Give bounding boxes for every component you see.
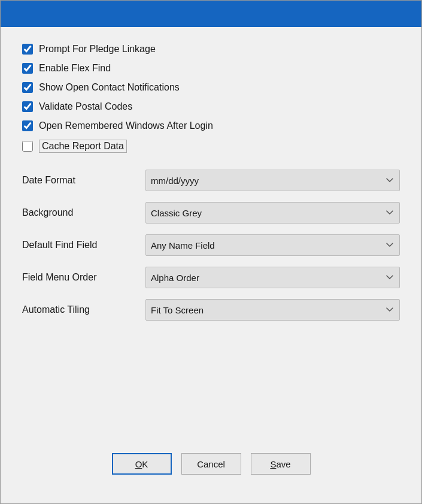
save-button[interactable]: Save: [251, 453, 311, 475]
checkbox-1[interactable]: [22, 44, 33, 55]
checkbox-5[interactable]: [22, 120, 33, 131]
field-label-background: Background: [22, 207, 136, 218]
field-row-date-format: Date Formatmm/dd/yyyydd/mm/yyyyyyyy/mm/d…: [22, 170, 400, 191]
field-label-automatic-tiling: Automatic Tiling: [22, 304, 136, 315]
checkbox-label-5[interactable]: Open Remembered Windows After Login: [39, 120, 213, 131]
checkbox-4[interactable]: [22, 101, 33, 112]
checkbox-2[interactable]: [22, 63, 33, 74]
checkbox-6[interactable]: [22, 141, 33, 152]
title-bar: [1, 1, 421, 27]
select-field-menu-order[interactable]: Alpha OrderCustom Order: [145, 267, 400, 288]
checkbox-row-6: Cache Report Data: [22, 140, 400, 153]
field-row-automatic-tiling: Automatic TilingFit To ScreenNoneCascade: [22, 299, 400, 321]
checkboxes-section: Prompt For Pledge LinkageEnable Flex Fin…: [22, 44, 400, 153]
checkbox-label-6[interactable]: Cache Report Data: [39, 140, 127, 153]
field-row-default-find-field: Default Find FieldAny Name FieldFirst Na…: [22, 234, 400, 256]
checkbox-row-2: Enable Flex Find: [22, 63, 400, 74]
fields-section: Date Formatmm/dd/yyyydd/mm/yyyyyyyy/mm/d…: [22, 170, 400, 321]
select-default-find-field[interactable]: Any Name FieldFirst NameLast NameFull Na…: [145, 234, 400, 256]
field-label-date-format: Date Format: [22, 175, 136, 186]
field-label-default-find-field: Default Find Field: [22, 240, 136, 251]
checkbox-label-3[interactable]: Show Open Contact Notifications: [39, 82, 180, 93]
field-label-field-menu-order: Field Menu Order: [22, 272, 136, 283]
checkbox-label-2[interactable]: Enable Flex Find: [39, 63, 111, 74]
field-row-field-menu-order: Field Menu OrderAlpha OrderCustom Order: [22, 267, 400, 288]
checkbox-row-4: Validate Postal Codes: [22, 101, 400, 112]
field-row-background: BackgroundClassic GreyWhiteBlueDark: [22, 202, 400, 224]
checkbox-row-5: Open Remembered Windows After Login: [22, 120, 400, 131]
cancel-button[interactable]: Cancel: [181, 453, 241, 475]
dialog-content: Prompt For Pledge LinkageEnable Flex Fin…: [1, 27, 421, 503]
checkbox-row-1: Prompt For Pledge Linkage: [22, 44, 400, 55]
checkbox-row-3: Show Open Contact Notifications: [22, 82, 400, 93]
checkbox-3[interactable]: [22, 82, 33, 93]
checkbox-label-1[interactable]: Prompt For Pledge Linkage: [39, 44, 156, 55]
checkbox-label-4[interactable]: Validate Postal Codes: [39, 101, 132, 112]
buttons-section: OK Cancel Save: [22, 453, 400, 487]
select-date-format[interactable]: mm/dd/yyyydd/mm/yyyyyyyy/mm/dd: [145, 170, 400, 191]
personal-settings-dialog: Prompt For Pledge LinkageEnable Flex Fin…: [0, 0, 422, 504]
select-automatic-tiling[interactable]: Fit To ScreenNoneCascade: [145, 299, 400, 321]
ok-button[interactable]: OK: [112, 453, 172, 475]
select-background[interactable]: Classic GreyWhiteBlueDark: [145, 202, 400, 224]
close-button[interactable]: [405, 13, 412, 15]
